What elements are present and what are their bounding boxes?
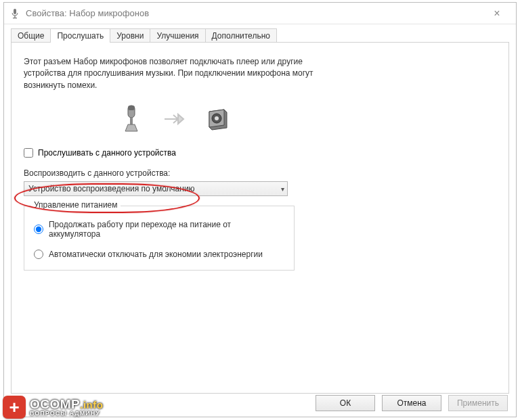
radio-continue-input[interactable]	[34, 225, 43, 234]
watermark-text: OCOMP.info ВОПРОСЫ АДМИНУ	[30, 398, 103, 417]
microphone-icon	[9, 8, 20, 19]
tab-levels[interactable]: Уровни	[110, 28, 150, 43]
microphone-device-icon	[118, 103, 144, 135]
device-illustration	[24, 103, 496, 135]
svg-rect-4	[128, 106, 135, 110]
cancel-button[interactable]: Отмена	[382, 395, 441, 411]
ok-button[interactable]: ОК	[316, 395, 375, 411]
watermark-subtitle: ВОПРОСЫ АДМИНУ	[30, 411, 103, 417]
tab-strip: Общие Прослушать Уровни Улучшения Дополн…	[4, 24, 516, 43]
power-group-legend: Управление питанием	[31, 200, 121, 210]
tab-advanced[interactable]: Дополнительно	[205, 28, 277, 43]
chevron-down-icon: ▾	[281, 185, 284, 193]
radio-auto-off-label: Автоматически отключать для экономии эле…	[49, 250, 263, 259]
titlebar: Свойства: Набор микрофонов ×	[4, 3, 516, 24]
arrow-icon	[163, 112, 186, 126]
listen-checkbox-label: Прослушивать с данного устройства	[38, 148, 176, 158]
watermark-brand: OCOMP	[30, 397, 80, 411]
tab-panel: Этот разъем Набор микрофонов позволяет п…	[11, 42, 509, 394]
radio-auto-off[interactable]: Автоматически отключать для экономии эле…	[34, 250, 284, 259]
playback-through-label: Воспроизводить с данного устройства:	[24, 168, 496, 178]
watermark-badge: + OCOMP.info ВОПРОСЫ АДМИНУ	[3, 396, 103, 419]
watermark-suffix: .info	[80, 399, 103, 411]
tab-listen[interactable]: Прослушать	[50, 28, 110, 43]
listen-checkbox[interactable]	[24, 148, 33, 158]
svg-rect-5	[130, 118, 133, 124]
speaker-device-icon	[205, 103, 231, 135]
plus-icon: +	[3, 396, 26, 419]
radio-auto-off-input[interactable]	[34, 250, 43, 259]
description-text: Этот разъем Набор микрофонов позволяет п…	[24, 56, 322, 91]
window-title: Свойства: Набор микрофонов	[26, 8, 483, 18]
dialog-button-bar: ОК Отмена Применить	[316, 395, 508, 411]
svg-point-7	[215, 116, 219, 120]
listen-checkbox-row[interactable]: Прослушивать с данного устройства	[24, 148, 496, 158]
svg-rect-2	[13, 18, 17, 18]
tab-enhancements[interactable]: Улучшения	[150, 28, 205, 43]
radio-continue-label: Продолжать работу при переходе на питани…	[49, 220, 284, 239]
tab-general[interactable]: Общие	[11, 28, 51, 43]
playback-device-combo[interactable]: Устройство воспроизведения по умолчанию …	[24, 181, 288, 196]
properties-dialog: Свойства: Набор микрофонов × Общие Просл…	[3, 2, 517, 417]
svg-rect-1	[14, 16, 15, 18]
radio-continue-on-battery[interactable]: Продолжать работу при переходе на питани…	[34, 220, 284, 239]
apply-button[interactable]: Применить	[448, 395, 508, 411]
power-management-group: Управление питанием Продолжать работу пр…	[24, 206, 295, 271]
playback-device-selected: Устройство воспроизведения по умолчанию	[28, 184, 195, 193]
svg-rect-0	[14, 9, 16, 14]
close-button[interactable]: ×	[483, 7, 511, 20]
